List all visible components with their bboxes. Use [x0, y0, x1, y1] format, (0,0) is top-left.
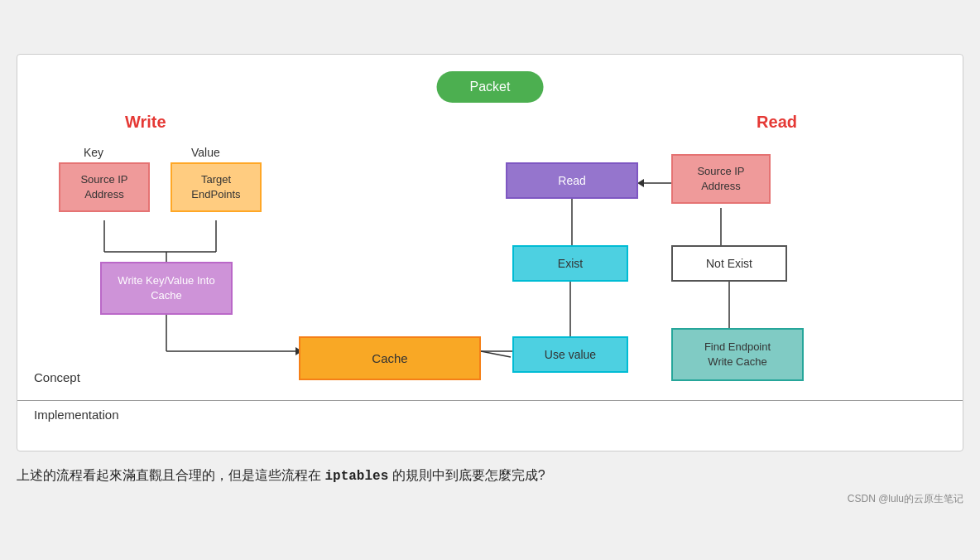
cache-box: Cache — [299, 336, 481, 380]
packet-node: Packet — [437, 71, 544, 103]
divider-line — [17, 400, 963, 401]
source-ip-left-box: Source IPAddress — [59, 162, 150, 212]
caption-text-after: 的規則中到底要怎麼完成? — [388, 468, 545, 482]
not-exist-box: Not Exist — [671, 245, 787, 282]
exist-box: Exist — [512, 245, 628, 282]
write-cache-box: Write Key/Value Into Cache — [100, 262, 233, 315]
key-label: Key — [84, 146, 103, 159]
svg-line-19 — [481, 351, 511, 357]
diagram-box: Packet Write Read Key Value Source IPAdd… — [17, 54, 963, 451]
value-label: Value — [191, 146, 220, 159]
find-ep-box: Find EndpointWrite Cache — [671, 328, 804, 381]
source-ip-right-box: Source IPAddress — [671, 154, 771, 204]
write-label: Write — [125, 113, 166, 132]
caption-code: iptables — [324, 469, 388, 484]
page-container: Packet Write Read Key Value Source IPAdd… — [0, 37, 980, 524]
impl-label: Implementation — [34, 408, 119, 422]
use-value-box: Use value — [512, 336, 628, 373]
read-label: Read — [757, 113, 797, 132]
watermark: CSDN @lulu的云原生笔记 — [17, 492, 963, 506]
concept-label: Concept — [34, 370, 80, 384]
read-box: Read — [506, 162, 638, 199]
caption-text-before: 上述的流程看起來滿直觀且合理的，但是這些流程在 — [17, 468, 324, 482]
svg-marker-9 — [637, 179, 644, 187]
target-ep-box: TargetEndPoints — [171, 162, 262, 212]
caption: 上述的流程看起來滿直觀且合理的，但是這些流程在 iptables 的規則中到底要… — [17, 465, 963, 488]
